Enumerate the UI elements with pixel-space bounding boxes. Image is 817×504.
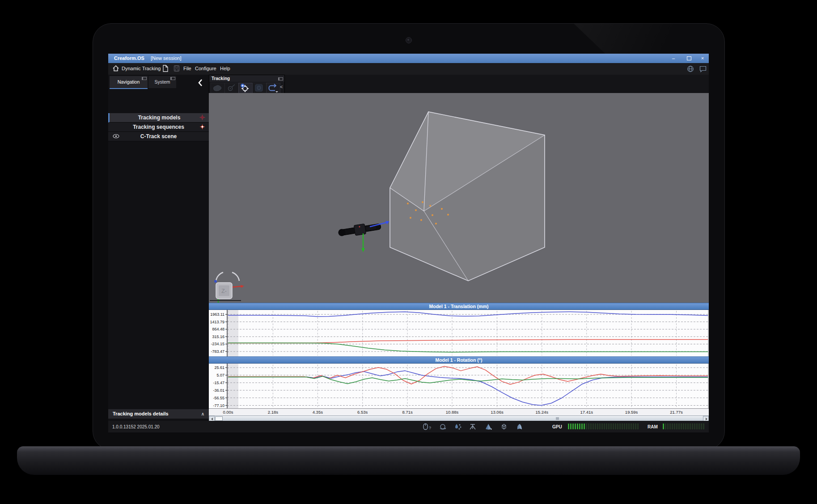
time-tick-label: 0.00s [217,410,239,415]
meter-bar [608,424,610,429]
meter-bar [628,424,630,429]
time-axis: 0.00s2.18s4.35s6.53s8.71s10.88s13.06s15.… [209,408,709,416]
sidebar-item-tracking-sequences[interactable]: Tracking sequences [108,123,209,132]
meter-bar [637,424,639,429]
time-tick-label: 15.24s [531,410,553,415]
sidebar-item-tracking-models[interactable]: Tracking models [108,113,209,123]
webcam [406,37,412,43]
home-icon[interactable] [112,64,120,72]
module-label[interactable]: Dynamic Tracking [122,66,161,71]
maximize-button[interactable] [684,55,694,62]
meter-bar [696,424,698,429]
meter-bar [577,424,578,429]
minimize-button[interactable]: – [669,55,678,62]
version-label: 1.0.0.13152 2025.01.20 [112,424,160,429]
y-axis-tick-label: 1413.79 [210,320,224,324]
tripod-icon[interactable] [469,423,477,430]
meter-bar [606,424,607,429]
menu-file[interactable]: File [183,66,191,71]
y-axis-tick-label: 315.16 [212,335,224,339]
meter-bar [626,424,627,429]
detect-surface-button[interactable] [211,83,225,94]
tab-navigation[interactable]: Navigation [110,76,148,89]
laptop-mockup: Creaform.OS [New session] – × Dynamic Tr… [0,0,817,504]
pin-icon[interactable] [278,77,283,80]
tracking-panel: Tracking < [209,75,285,94]
meter-bar [597,424,598,429]
gpu-meter [568,424,639,429]
time-tick-label: 21.77s [666,410,687,415]
tracking-probe [338,221,389,252]
pin-icon[interactable] [170,77,175,80]
feedback-icon[interactable] [699,65,707,73]
mouse-help-icon[interactable]: ? [423,423,432,430]
ram-meter [663,424,705,429]
meter-bar [604,424,605,429]
status-bar: 1.0.0.13152 2025.01.20 ? GPU [108,421,709,432]
tracking-sequence-loop-button[interactable] [266,83,280,94]
time-tick-label: 2.18s [262,410,284,415]
meter-bar [590,424,592,429]
pin-icon[interactable] [142,77,147,80]
save-session-icon[interactable] [173,64,180,72]
close-button[interactable]: × [698,55,707,62]
scrollbar-thumb[interactable] [215,416,223,421]
meter-bar [584,424,585,429]
ram-label: RAM [648,424,658,429]
surface-icon[interactable] [516,423,524,430]
meter-bar [586,424,587,429]
meter-bar [588,424,589,429]
network-icon[interactable] [686,65,694,73]
detect-targets-button[interactable] [224,83,239,94]
meter-bar [701,424,702,429]
meter-bar [595,424,596,429]
new-tracking-model-button[interactable] [238,83,253,94]
time-tick-label: 13.06s [486,410,508,415]
title-bar: Creaform.OS [New session] – × [108,54,709,63]
y-axis-tick-label: -77.10 [213,403,224,408]
meter-bar [624,424,625,429]
tracking-panel-header[interactable]: Tracking [209,75,284,82]
panel-collapse-chevron[interactable]: < [280,84,283,89]
new-session-icon[interactable] [162,64,169,72]
menu-configure[interactable]: Configure [195,66,216,71]
rotation-chart: 25.615.07-15.47-36.01-56.55-77.10 [209,364,709,408]
orbit-icon[interactable] [439,423,447,430]
gpu-label: GPU [552,424,562,429]
sidebar-collapse-chevron-icon[interactable] [197,78,205,88]
meter-bar [687,424,689,429]
tracked-prism-wireframe [390,112,545,281]
targets-icon[interactable] [454,423,462,430]
meter-bar [698,424,700,429]
orientation-cube-widget[interactable]: Z- [210,272,244,303]
menu-bar: Dynamic Tracking File Configure Help [108,63,709,75]
laptop-shadow [76,472,742,496]
bounding-box-icon[interactable] [500,423,508,430]
meter-bar [615,424,616,429]
menu-help[interactable]: Help [220,66,230,71]
y-axis-tick-label: -56.55 [213,396,224,400]
navigation-sidebar: Navigation System Tracking models Tracki… [108,75,209,421]
eye-visibility-icon[interactable] [113,134,119,139]
sidebar-item-ctrack-scene[interactable]: C-Track scene [108,132,209,141]
tracking-models-details-header[interactable]: Tracking models details ∧ [108,409,209,419]
meter-bar [599,424,601,429]
collapse-caret-icon[interactable]: ∧ [201,409,204,419]
meter-bar [579,424,580,429]
viewport-3d[interactable]: Z- [209,93,709,303]
y-axis-tick-label: -15.47 [213,381,224,385]
meter-bar [665,424,666,429]
rotation-chart-header: Model 1 - Rotation (°) [209,356,709,364]
meter-bar [619,424,621,429]
import-tracking-model-button[interactable] [252,83,267,94]
meter-bar [678,424,680,429]
meter-bar [568,424,569,429]
meter-bar [570,424,571,429]
viewport-scene: Z- [209,93,709,303]
tracking-sequence-star-icon [199,124,205,130]
y-axis-tick-label: 1963.11 [210,312,224,317]
tab-system[interactable]: System [148,76,176,88]
pre-zero-band [228,310,238,356]
camera-view-icon[interactable] [484,423,492,430]
meter-bar [575,424,576,429]
